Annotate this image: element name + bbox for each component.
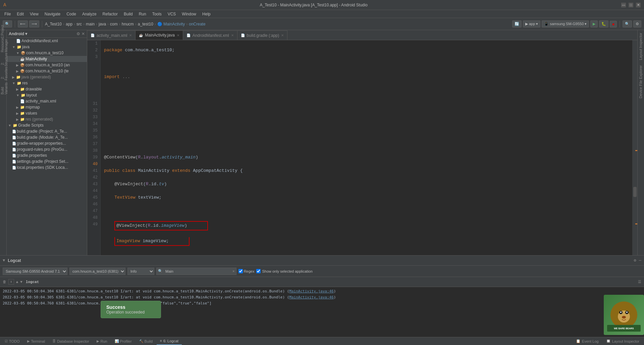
breadcrumb-src[interactable]: src — [76, 22, 82, 26]
menu-navigate[interactable]: Navigate — [42, 11, 63, 17]
tree-java-folder[interactable]: ▼ 📁 java — [7, 44, 87, 50]
breadcrumb-oncreate[interactable]: onCreate — [189, 22, 205, 26]
breadcrumb-app[interactable]: app — [66, 22, 72, 26]
menu-code[interactable]: Code — [64, 11, 79, 17]
menu-edit[interactable]: Edit — [14, 11, 26, 17]
menu-refactor[interactable]: Refactor — [100, 11, 120, 17]
device-file-explorer-side[interactable]: Device File Explorer — [638, 63, 644, 101]
tab-todo[interactable]: ☑ TODO — [1, 338, 23, 345]
tree-java-generated[interactable]: ▶ 📁 java (generated) — [7, 74, 87, 80]
resource-manager-icon[interactable]: Resource Manager — [1, 47, 6, 52]
package-select[interactable]: com.hnucm.a_test10 (6381) — [69, 268, 125, 275]
log-link-1[interactable]: MainActivity.java:46 — [289, 289, 333, 293]
menu-help[interactable]: Help — [200, 11, 213, 17]
tab-database-inspector[interactable]: 🗄 Database Inspector — [49, 338, 92, 345]
breadcrumb-hnucm[interactable]: hnucm — [122, 22, 134, 26]
tree-gradle-properties[interactable]: 📄 gradle.properties — [7, 152, 87, 158]
tab-logcat[interactable]: ≡ 6: Logcat — [157, 338, 182, 345]
tab-event-log[interactable]: 📋 Event Log — [573, 338, 602, 345]
tab-manifest-close[interactable]: ✕ — [231, 33, 234, 37]
layout-inspector-side[interactable]: Layout Inspector — [638, 30, 644, 63]
editor-scrollbar[interactable] — [632, 40, 637, 255]
breadcrumb-a-test10[interactable]: a_test10 — [138, 22, 153, 26]
tree-gradle-scripts[interactable]: ▼ 📁 Gradle Scripts — [7, 122, 87, 128]
tree-gradle-wrapper[interactable]: 📄 gradle-wrapper.properties... — [7, 140, 87, 146]
tree-settings-gradle[interactable]: 📄 settings.gradle (Project Set... — [7, 158, 87, 164]
structure-icon[interactable]: 2: Structure — [1, 61, 6, 66]
tree-res-generated[interactable]: ▶ 📁 res (generated) — [7, 116, 87, 122]
app-config-dropdown[interactable]: ▶ app ▾ — [523, 20, 540, 27]
logcat-settings-icon[interactable]: ⚙ — [634, 258, 636, 263]
tree-local-properties[interactable]: 📄 local.properties (SDK Loca... — [7, 164, 87, 170]
tree-drawable[interactable]: ▶ 📁 drawable — [7, 86, 87, 92]
scroll-thumb[interactable] — [633, 187, 637, 197]
tree-proguard[interactable]: 📄 proguard-rules.pro (ProGu... — [7, 146, 87, 152]
tree-build-gradle-module[interactable]: 📄 build.gradle (Module: A_Te... — [7, 134, 87, 140]
menu-window[interactable]: Window — [179, 11, 199, 17]
toolbar-back[interactable]: ⟵ — [18, 20, 28, 27]
breadcrumb-mainactivity[interactable]: 🔵 MainActivity — [157, 22, 185, 26]
show-only-checkbox[interactable] — [256, 269, 261, 273]
tab-run[interactable]: ▶ Run — [93, 338, 111, 345]
project-icon[interactable]: 1:Project — [1, 33, 6, 38]
favorites-icon[interactable]: 2: Favorites — [1, 75, 6, 80]
code-editor[interactable]: 1 2 3 31 32 33 34 35 36 37 38 39 40 41 — [87, 40, 637, 255]
tab-xml-close[interactable]: ✕ — [129, 33, 132, 37]
tab-activity-main-xml[interactable]: 📄 activity_main.xml ✕ — [87, 30, 136, 40]
tab-mainactivity-java[interactable]: ☕ MainActivity.java ✕ — [136, 30, 183, 40]
maximize-button[interactable]: □ — [629, 3, 633, 7]
breadcrumb-java[interactable]: java — [99, 22, 106, 26]
tree-layout[interactable]: ▼ 📁 layout — [7, 92, 87, 98]
logcat-content[interactable]: 2022-03-05 00:50:04.304 6381-6381/com.hn… — [0, 287, 644, 337]
tab-layout-inspector[interactable]: 🔲 Layout Inspector — [603, 338, 643, 345]
logcat-search-input[interactable] — [164, 268, 231, 275]
tab-java-close[interactable]: ✕ — [177, 33, 179, 37]
tab-build-gradle[interactable]: 📄 build.gradle (:app) ✕ — [237, 30, 288, 40]
search-clear-icon[interactable]: ✕ — [232, 269, 235, 273]
logcat-menu-icon[interactable]: ☰ — [638, 280, 641, 284]
project-sync-icon[interactable]: ⚙ — [76, 31, 80, 36]
device-dropdown[interactable]: 📱 samsung SM-G9550 ▾ — [542, 20, 589, 27]
menu-build[interactable]: Build — [121, 11, 136, 17]
tree-activity-main-xml[interactable]: 📄 activity_main.xml — [7, 98, 87, 104]
tree-androidmanifest[interactable]: 📄 AndroidManifest.xml — [7, 38, 87, 44]
menu-vcs[interactable]: VCS — [165, 11, 179, 17]
tree-package-an[interactable]: ▶ 📦 com.hnucm.a_test10 (an — [7, 62, 87, 68]
breadcrumb-com[interactable]: com — [110, 22, 118, 26]
code-content[interactable]: package com.hnucm.a_test10; import ... @… — [101, 40, 632, 255]
toolbar-sync[interactable]: 🔄 — [512, 20, 522, 27]
project-close-icon[interactable]: ✕ — [82, 31, 85, 36]
regex-checkbox-label[interactable]: Regex — [238, 269, 255, 273]
build-variants-icon[interactable]: Build Variants — [1, 89, 6, 94]
toolbar-settings[interactable]: ⚙ — [633, 20, 641, 27]
logcat-clear-icon[interactable]: 🗑 — [3, 280, 6, 284]
show-only-selected-label[interactable]: Show only selected application — [256, 269, 312, 273]
tab-terminal[interactable]: ▶ Terminal — [24, 338, 49, 345]
tab-build[interactable]: 🔨 Build — [136, 338, 156, 345]
stop-button[interactable]: ■ — [610, 21, 617, 27]
logcat-scroll-icon[interactable]: ⬇ — [8, 279, 14, 285]
tree-package-main[interactable]: ▼ 📦 com.hnucm.a_test10 — [7, 50, 87, 56]
tree-mainactivity[interactable]: ☕ MainActivity — [7, 56, 87, 62]
log-level-select[interactable]: Info Verbose Debug Warn Error — [127, 268, 154, 275]
tree-package-te[interactable]: ▶ 📦 com.hnucm.a_test10 (te — [7, 68, 87, 74]
menu-view[interactable]: View — [27, 11, 41, 17]
menu-tools[interactable]: Tools — [150, 11, 164, 17]
regex-checkbox[interactable] — [238, 269, 243, 273]
debug-button[interactable]: 🐛 — [599, 20, 608, 27]
run-button[interactable]: ▶ — [590, 20, 598, 27]
logcat-up-icon[interactable]: ▲ — [16, 280, 18, 284]
minimize-button[interactable]: — — [621, 3, 626, 7]
close-button[interactable]: ✕ — [636, 3, 641, 7]
toolbar-forward[interactable]: ⟶ — [29, 20, 39, 27]
tree-mipmap[interactable]: ▶ 📁 mipmap — [7, 104, 87, 110]
tree-build-gradle-project[interactable]: 📄 build.gradle (Project: A_Te... — [7, 128, 87, 134]
logcat-down-icon[interactable]: ▼ — [20, 280, 22, 284]
tab-gradle-close[interactable]: ✕ — [281, 33, 284, 37]
toolbar-search-everywhere[interactable]: 🔍 — [623, 20, 632, 27]
device-select[interactable]: Samsung SM-G9550 Android 7.1 — [3, 268, 67, 275]
tab-androidmanifest[interactable]: 📄 AndroidManifest.xml ✕ — [183, 30, 237, 40]
logcat-close-icon[interactable]: — — [639, 258, 641, 263]
menu-run[interactable]: Run — [136, 11, 149, 17]
menu-file[interactable]: File — [2, 11, 13, 17]
